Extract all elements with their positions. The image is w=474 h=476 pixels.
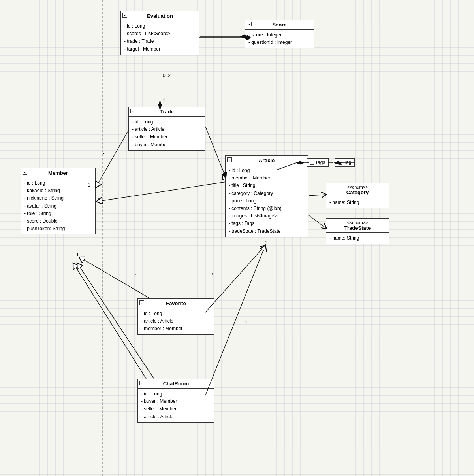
score-class: - Score - score : Integer - questionId :…	[245, 20, 314, 48]
evaluation-header: - Evaluation	[121, 11, 199, 21]
article-body: - id : Long - member : Member - title : …	[226, 165, 308, 237]
tags-box: +Tags	[307, 158, 329, 167]
multiplicity-1-eval: 1	[163, 98, 166, 103]
mult-star-article-member: *	[98, 196, 100, 202]
mult-1-chatroom-article: 1	[245, 320, 248, 325]
member-class: - Member - id : Long - kakaoId : String …	[21, 168, 96, 234]
article-collapse[interactable]: -	[227, 157, 232, 162]
favorite-body: - id : Long - article : Article - member…	[138, 308, 214, 334]
evaluation-class: - Evaluation - id : Long - scores : List…	[120, 11, 199, 55]
mult-1-article-member: 1	[221, 176, 224, 181]
article-category-line	[309, 195, 327, 196]
evaluation-body: - id : Long - scores : List<Score> - tra…	[121, 21, 199, 55]
trade-article-line	[205, 127, 226, 178]
category-body: - name: String	[326, 197, 389, 208]
dashed-separator	[102, 0, 103, 476]
tradestate-header: <<enum>> TradeState	[326, 219, 389, 233]
mult-1-fav-article: 1	[265, 240, 267, 246]
favorite-collapse[interactable]: -	[139, 300, 144, 305]
tags-expand[interactable]: +	[310, 161, 314, 165]
trade-collapse[interactable]: -	[130, 109, 135, 113]
score-body: - score : Integer - questionId : Integer	[245, 30, 314, 48]
member-body: - id : Long - kakaoId : String - nicknam…	[21, 178, 95, 234]
tag-expand[interactable]: +	[339, 161, 342, 165]
trade-class: - Trade - id : Long - article : Article …	[128, 107, 205, 151]
article-tradestate-line	[309, 215, 327, 229]
favorite-member-line	[79, 257, 150, 298]
tradestate-class: <<enum>> TradeState - name: String	[326, 218, 389, 244]
connections-svg: 0..2 1 1 1 * 1 1 * * 1	[0, 0, 474, 476]
favorite-header: - Favorite	[138, 299, 214, 308]
chatroom-body: - id : Long - buyer : Member - seller : …	[138, 389, 214, 422]
multiplicity-02: 0..2	[163, 73, 171, 78]
trade-body: - id : Long - article : Article - seller…	[129, 117, 205, 150]
score-collapse[interactable]: -	[247, 22, 252, 26]
score-header: - Score	[245, 20, 314, 30]
chatroom-class: - ChatRoom - id : Long - buyer : Member …	[137, 379, 214, 423]
member-header: - Member	[21, 168, 95, 178]
mult-1-fav-member: 1	[76, 252, 79, 257]
article-class: - Article - id : Long - member : Member …	[225, 155, 308, 237]
category-header: <<enum>> Category	[326, 183, 389, 197]
trade-member-line	[96, 130, 128, 188]
mult-star-fav-article: *	[211, 272, 213, 278]
favorite-class: - Favorite - id : Long - article : Artic…	[137, 298, 214, 335]
category-class: <<enum>> Category - name: String	[326, 183, 389, 208]
diagram-canvas: - Evaluation - id : Long - scores : List…	[0, 0, 474, 476]
chatroom-header: - ChatRoom	[138, 379, 214, 389]
evaluation-collapse[interactable]: -	[122, 13, 127, 18]
chatroom-buyer-line	[73, 263, 146, 379]
article-header: - Article	[226, 156, 308, 165]
mult-1-trade-article: 1	[207, 144, 210, 149]
mult-star-trade: *	[103, 152, 105, 157]
chatroom-collapse[interactable]: -	[139, 381, 144, 385]
article-member-line	[96, 182, 226, 202]
member-collapse[interactable]: -	[23, 170, 27, 175]
tradestate-body: - name: String	[326, 233, 389, 244]
mult-star-fav-member: *	[134, 272, 136, 278]
tag-box: +Tag	[335, 158, 355, 167]
trade-header: - Trade	[129, 107, 205, 117]
